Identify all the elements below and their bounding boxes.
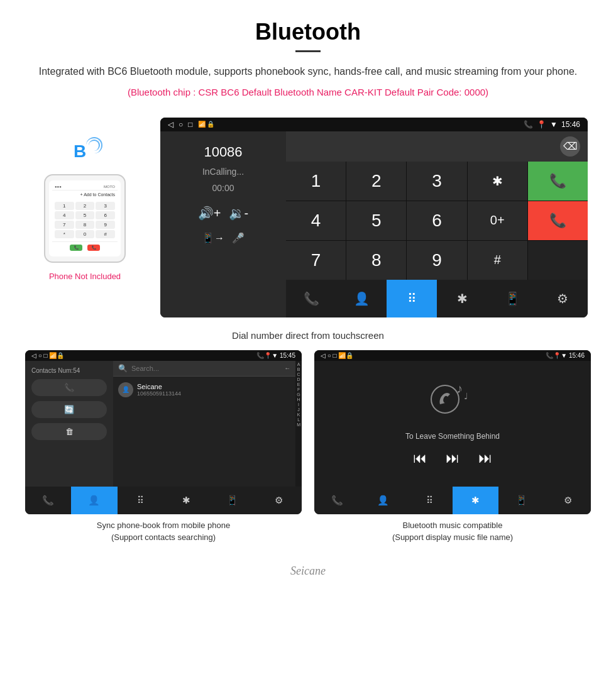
key-8[interactable]: 8 [75,221,95,229]
phone-screen-statusbar: ●●● MOTO [52,184,118,190]
contact-name: Seicane [137,383,181,390]
contacts-screen-wrapper: ◁ ○ □ 📶🔒 📞📍▼ 15:45 Contacts Num:54 📞 🔄 🗑… [25,350,302,549]
header-specs: (Bluetooth chip : CSR BC6 Default Blueto… [38,85,578,100]
recent-icon: □ [188,120,192,129]
key-1[interactable]: 1 [55,202,74,210]
delete-action-button[interactable]: 🗑 [31,423,107,440]
cb-transfer-icon[interactable]: 📱 [209,487,255,514]
mic-icon[interactable]: 🎤 [232,232,245,244]
mb-call-icon[interactable]: 📞 [314,487,360,514]
key-empty [528,241,588,280]
dial-bottom-bar: 📞 👤 ⠿ ✱ 📱 ⚙ [286,280,588,317]
call-action-button[interactable]: 📞 [31,379,107,396]
music-content: ♪ ♩ To Leave Something Behind ⏮ ⏭ ⏭ [314,361,591,487]
key-3[interactable]: 3 [407,162,466,201]
transfer-icon[interactable]: 📱→ [202,232,224,244]
call-log-icon[interactable]: 📞 [286,280,336,317]
back-icon: ◁ [168,120,173,129]
key-star[interactable]: * [55,230,74,238]
key-7[interactable]: 7 [286,241,346,280]
dial-section: B ●●● MOTO + Add to Contacts 1 2 3 4 5 6… [0,111,616,324]
key-6[interactable]: 6 [407,201,466,240]
contacts-left-panel: Contacts Num:54 📞 🔄 🗑 [25,361,113,487]
bottom-screens: ◁ ○ □ 📶🔒 📞📍▼ 15:45 Contacts Num:54 📞 🔄 🗑… [0,347,616,558]
prev-track-button[interactable]: ⏮ [413,450,427,466]
phone-end-icon[interactable]: 📞 [87,245,100,251]
svg-text:♩: ♩ [464,391,468,401]
end-call-button[interactable]: 📞 [528,201,588,240]
key-1[interactable]: 1 [286,162,346,201]
bluetooth-bt-icon[interactable]: ✱ [437,280,487,317]
phone-not-included-label: Phone Not Included [49,272,121,281]
key-9[interactable]: 9 [407,241,466,280]
contacts-caption: Sync phone-book from mobile phone(Suppor… [94,514,233,549]
cb-settings-icon[interactable]: ⚙ [256,487,302,514]
statusbar-right: 📞 📍 ▼ 15:46 [524,120,580,129]
dial-left-panel: 10086 InCalling... 00:00 🔊+ 🔉- 📱→ 🎤 [160,131,286,317]
dialed-number: 10086 [204,144,242,160]
cb-dialpad-icon[interactable]: ⠿ [118,487,163,514]
bluetooth-waves: B [66,136,104,168]
cb-bt-icon[interactable]: ✱ [163,487,209,514]
phone-bottom-bar: 📞 📞 [52,241,118,253]
dial-right-panel: ⌫ 1 2 3 ✱ 📞 4 5 6 0+ 📞 7 8 9 # [286,131,588,317]
key-8[interactable]: 8 [346,241,406,280]
location-icon: 📍 [537,120,546,129]
key-hash[interactable]: # [468,241,527,280]
home-icon: ○ [179,120,183,129]
wifi-icon: ▼ [550,120,558,129]
mb-transfer-icon[interactable]: 📱 [498,487,544,514]
contact-item: 👤 Seicane 10655059113144 [118,380,290,400]
key-5[interactable]: 5 [346,201,406,240]
music-statusbar: ◁ ○ □ 📶🔒 📞📍▼ 15:46 [314,350,591,361]
key-0plus[interactable]: 0+ [468,201,527,240]
statusbar: ◁ ○ □ 📶 🔒 📞 📍 ▼ 15:46 [160,118,588,131]
key-5[interactable]: 5 [75,211,95,219]
sync-action-button[interactable]: 🔄 [31,401,107,418]
key-3[interactable]: 3 [96,202,115,210]
contacts-icon[interactable]: 👤 [336,280,387,317]
key-9[interactable]: 9 [96,221,115,229]
contacts-bottom-bar: 📞 👤 ⠿ ✱ 📱 ⚙ [25,487,302,514]
key-2[interactable]: 2 [75,202,95,210]
call-button[interactable]: 📞 [528,162,588,201]
key-7[interactable]: 7 [55,221,74,229]
key-hash[interactable]: # [96,230,115,238]
key-6[interactable]: 6 [96,211,115,219]
transfer2-icon[interactable]: 📱 [487,280,537,317]
music-caption: Bluetooth music compatible(Support displ… [389,514,516,549]
phone-call-icon[interactable]: 📞 [70,245,82,251]
mb-contacts-icon[interactable]: 👤 [360,487,406,514]
contacts-search-input[interactable] [131,365,280,372]
dialpad-icon[interactable]: ⠿ [387,280,437,317]
statusbar-left: ◁ ○ □ 📶 🔒 [168,120,214,129]
search-icon: 🔍 [118,364,128,373]
music-bottom-bar: 📞 👤 ⠿ ✱ 📱 ⚙ [314,487,591,514]
music-phone-icon: ♪ ♩ [427,380,478,418]
phone-keypad: 1 2 3 4 5 6 7 8 9 * 0 # [52,199,118,241]
contact-phone: 10655059113144 [137,390,181,397]
cb-call-icon[interactable]: 📞 [25,487,71,514]
mb-dialpad-icon[interactable]: ⠿ [407,487,453,514]
header-description: Integrated with BC6 Bluetooth module, su… [38,63,578,80]
key-star[interactable]: ✱ [468,162,527,201]
cb-contacts-icon[interactable]: 👤 [71,487,117,514]
mb-bt-icon[interactable]: ✱ [453,487,498,514]
settings-icon[interactable]: ⚙ [537,280,588,317]
dial-main-area: 10086 InCalling... 00:00 🔊+ 🔉- 📱→ 🎤 ⌫ [160,131,588,317]
next-track-button[interactable]: ⏭ [446,450,459,466]
key-0[interactable]: 0 [75,230,95,238]
key-4[interactable]: 4 [55,211,74,219]
music-icon: ♪ ♩ [427,380,478,426]
contacts-count: Contacts Num:54 [31,367,107,374]
volume-down-icon[interactable]: 🔉- [229,206,249,221]
volume-up-icon[interactable]: 🔊+ [198,206,221,221]
key-2[interactable]: 2 [346,162,406,201]
volume-controls: 🔊+ 🔉- [198,206,248,221]
key-4[interactable]: 4 [286,201,346,240]
dial-caption: Dial number direct from touchscreen [0,324,616,347]
mb-settings-icon[interactable]: ⚙ [545,487,591,514]
backspace-button[interactable]: ⌫ [560,136,580,157]
skip-forward-button[interactable]: ⏭ [478,450,492,466]
search-back-icon[interactable]: ← [284,365,290,372]
